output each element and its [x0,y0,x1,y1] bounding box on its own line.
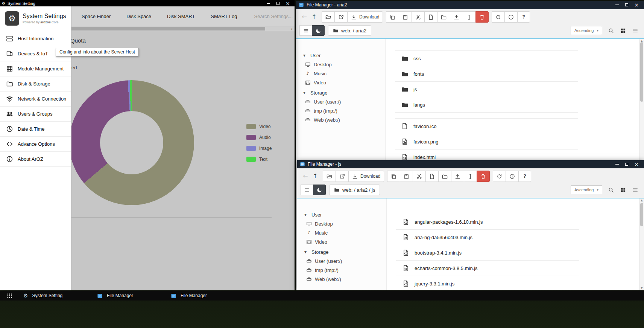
new-file-button[interactable] [424,11,437,23]
close-button[interactable]: × [283,0,293,6]
file-row[interactable]: langs [395,97,578,113]
tree-item[interactable]: Desktop [305,60,385,69]
tree-item[interactable]: ▾ Storage [302,247,386,256]
maximize-button[interactable] [622,1,632,9]
up-button[interactable]: ↑ [311,171,320,182]
tree-item[interactable]: tmp (tmp:/) [306,265,386,275]
taskbar-item[interactable]: ⚙ System Setting [20,291,94,301]
refresh-button[interactable] [492,11,505,23]
help-button[interactable]: ? [517,11,530,23]
download-button[interactable]: Download [347,11,383,23]
tree-item[interactable]: Video [305,78,385,87]
file-row[interactable]: favicon.ico [395,119,578,134]
tree-item[interactable]: ▾ User [301,51,385,60]
vertical-scrollbar[interactable]: ▲ ▼ [639,198,644,290]
open-folder-button[interactable] [322,11,335,23]
sidebar-item[interactable]: Module Management [0,61,71,76]
tree-item[interactable]: tmp (tmp:/) [305,106,385,115]
sidebar-item[interactable]: Host Information [0,31,71,46]
scrollbar-thumb[interactable] [640,203,643,226]
maximize-button[interactable] [622,160,632,168]
legend-item[interactable]: Video [246,124,272,129]
file-row[interactable]: jquery-3.3.1.min.js [396,276,579,290]
window-titlebar[interactable]: ⚙ System Setting × [0,0,295,6]
help-button[interactable]: ? [518,171,531,182]
window-titlebar[interactable]: File Manager - aria2 × [296,1,644,9]
new-file-button[interactable] [425,171,439,182]
horizontal-scrollbar[interactable]: › [71,26,295,31]
copy-button[interactable] [386,11,399,23]
properties-button[interactable] [506,171,519,182]
search-button[interactable] [606,26,616,35]
cut-button[interactable] [412,11,425,23]
menu-button[interactable] [299,25,312,36]
sidebar-item[interactable]: Advance Options [0,137,71,152]
scroll-right-arrow-icon[interactable]: › [289,26,295,31]
minimize-button[interactable] [612,160,622,168]
properties-button[interactable] [504,11,518,23]
paste-button[interactable] [399,11,412,23]
delete-button[interactable] [475,11,489,23]
breadcrumb[interactable]: web: / aria2 / js [329,185,380,195]
file-row[interactable]: css [395,51,578,66]
grid-view-button[interactable] [618,185,628,195]
scrollbar-thumb[interactable] [71,27,265,31]
settings-tab[interactable]: Disk Space [118,14,159,19]
settings-tab[interactable]: SMART Log [203,14,245,19]
back-button[interactable]: ← [301,171,310,182]
paste-button[interactable] [400,171,413,182]
maximize-button[interactable] [273,0,283,6]
scroll-up-arrow-icon[interactable]: ▲ [639,199,644,202]
legend-item[interactable]: Image [246,146,272,151]
taskbar-item[interactable]: File Manager [168,291,242,301]
tree-item[interactable]: Web (web:/) [306,275,386,284]
file-row[interactable]: bootstrap-3.4.1.min.js [396,245,579,261]
tree-item[interactable]: Web (web:/) [305,115,385,124]
sidebar-item[interactable]: Users & Groups [0,107,71,122]
settings-tab[interactable]: Disk SMART [159,14,203,19]
download-button[interactable]: Download [348,171,384,182]
minimize-button[interactable] [263,0,273,6]
tree-item[interactable]: ▾ Storage [301,88,385,97]
darkmode-button[interactable] [312,25,325,36]
settings-tab[interactable]: Space Finder [74,14,118,19]
minimize-button[interactable] [612,1,622,9]
new-folder-button[interactable] [437,11,450,23]
tree-item[interactable]: Video [306,237,386,246]
tree-item[interactable]: Desktop [306,219,386,228]
open-in-new-window-button[interactable] [334,11,348,23]
close-button[interactable]: × [632,1,641,9]
sidebar-item[interactable]: Date & Time [0,122,71,137]
delete-button[interactable] [477,171,490,182]
legend-item[interactable]: Text [246,157,272,162]
rename-button[interactable] [464,171,477,182]
tree-item[interactable]: User (user:/) [306,256,386,265]
darkmode-button[interactable] [313,185,326,195]
file-row[interactable]: js [395,82,578,97]
tree-item[interactable]: ▾ User [302,210,386,219]
file-row[interactable]: aria-ng-da5356c403.min.js [396,230,579,245]
legend-item[interactable]: Audio [246,135,272,140]
breadcrumb[interactable]: web: / aria2 [328,25,371,36]
close-button[interactable]: × [632,160,641,168]
list-view-button[interactable] [630,185,640,195]
tree-item[interactable]: ♪ Music [306,228,386,237]
file-row[interactable]: echarts-common-3.8.5.min.js [396,261,579,276]
sidebar-item[interactable]: Disk & Storage [0,76,71,92]
upload-button[interactable] [450,11,463,23]
file-row[interactable]: fonts [395,66,578,82]
refresh-button[interactable] [493,171,506,182]
file-row[interactable]: angular-packages-1.6.10.min.js [396,214,579,230]
search-button[interactable] [606,185,616,195]
menu-button[interactable] [301,185,313,195]
taskbar-item[interactable]: File Manager [94,291,168,301]
file-row[interactable]: favicon.png [395,134,578,150]
rename-button[interactable] [463,11,476,23]
apps-menu-button[interactable] [3,291,16,301]
grid-view-button[interactable] [618,26,628,35]
list-view-button[interactable] [630,26,640,35]
cut-button[interactable] [413,171,426,182]
settings-search-input[interactable] [254,13,310,20]
tree-item[interactable]: User (user:/) [305,97,385,106]
window-titlebar[interactable]: File Manager - js × [297,160,644,168]
